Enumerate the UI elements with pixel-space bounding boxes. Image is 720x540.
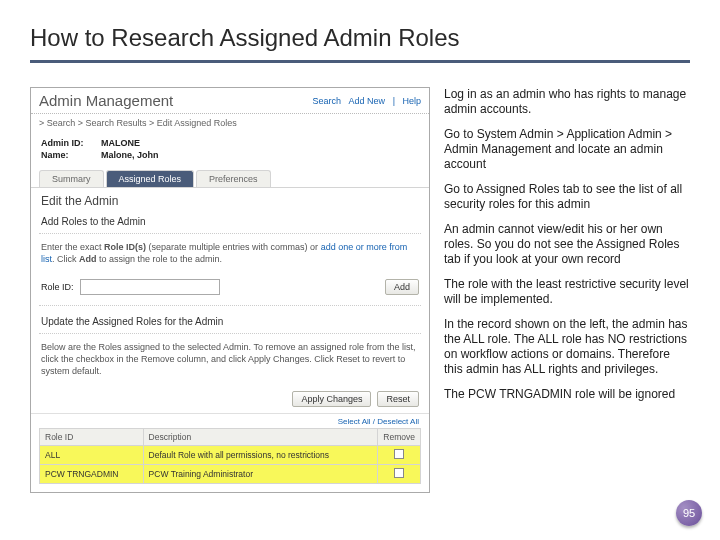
bullet: An admin cannot view/edit his or her own… [444, 222, 690, 267]
help-divider: | [393, 96, 395, 106]
add-roles-heading: Add Roles to the Admin [31, 210, 429, 229]
tab-bar: Summary Assigned Roles Preferences [31, 162, 429, 188]
roles-table: Role ID Description Remove ALL Default R… [39, 428, 421, 484]
cell-role-id: ALL [40, 446, 144, 465]
cell-description: PCW Training Administrator [143, 465, 378, 484]
reset-button[interactable]: Reset [377, 391, 419, 407]
name-label: Name: [41, 150, 101, 160]
link-add-new[interactable]: Add New [349, 96, 386, 106]
bullet: The PCW TRNGADMIN role will be ignored [444, 387, 690, 402]
page-title: How to Research Assigned Admin Roles [30, 24, 690, 63]
cell-role-id: PCW TRNGADMIN [40, 465, 144, 484]
table-row: PCW TRNGADMIN PCW Training Administrator [40, 465, 421, 484]
add-button[interactable]: Add [385, 279, 419, 295]
bullet: The role with the least restrictive secu… [444, 277, 690, 307]
link-help[interactable]: Help [402, 96, 421, 106]
bullets-panel: Log in as an admin who has rights to man… [444, 87, 690, 493]
add-roles-instruction: Enter the exact Role ID(s) (separate mul… [31, 238, 429, 273]
name-value: Malone, John [101, 150, 159, 160]
edit-admin-heading: Edit the Admin [31, 188, 429, 210]
select-all-link[interactable]: Select All / Deselect All [338, 417, 419, 426]
remove-checkbox[interactable] [394, 449, 404, 459]
bullet: In the record shown on the left, the adm… [444, 317, 690, 377]
divider [39, 333, 421, 334]
breadcrumb: > Search > Search Results > Edit Assigne… [31, 114, 429, 138]
tab-summary[interactable]: Summary [39, 170, 104, 187]
link-search[interactable]: Search [313, 96, 342, 106]
role-id-input[interactable] [80, 279, 220, 295]
col-role-id[interactable]: Role ID [40, 429, 144, 446]
role-id-label: Role ID: [41, 282, 74, 292]
divider [39, 305, 421, 306]
col-remove[interactable]: Remove [378, 429, 421, 446]
bullet: Log in as an admin who has rights to man… [444, 87, 690, 117]
remove-checkbox[interactable] [394, 468, 404, 478]
app-header-title: Admin Management [39, 92, 173, 109]
update-roles-heading: Update the Assigned Roles for the Admin [31, 310, 429, 329]
apply-changes-button[interactable]: Apply Changes [292, 391, 371, 407]
divider [39, 233, 421, 234]
admin-id-value: MALONE [101, 138, 140, 148]
col-description[interactable]: Description [143, 429, 378, 446]
app-header-links: Search Add New | Help [308, 96, 421, 106]
update-roles-text: Below are the Roles assigned to the sele… [31, 338, 429, 385]
app-mock: Admin Management Search Add New | Help >… [30, 87, 430, 493]
cell-description: Default Role with all permissions, no re… [143, 446, 378, 465]
screenshot-panel: Admin Management Search Add New | Help >… [30, 87, 430, 493]
tab-preferences[interactable]: Preferences [196, 170, 271, 187]
page-number: 95 [676, 500, 702, 526]
bullet: Go to System Admin > Application Admin >… [444, 127, 690, 172]
tab-assigned-roles[interactable]: Assigned Roles [106, 170, 195, 187]
bullet: Go to Assigned Roles tab to see the list… [444, 182, 690, 212]
table-row: ALL Default Role with all permissions, n… [40, 446, 421, 465]
admin-id-label: Admin ID: [41, 138, 101, 148]
